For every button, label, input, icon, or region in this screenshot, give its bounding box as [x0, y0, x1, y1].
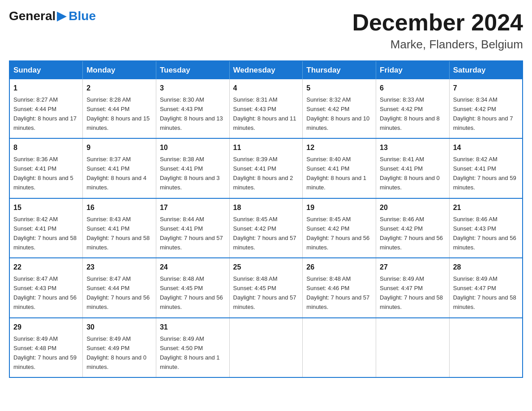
day-sunset: Sunset: 4:43 PM: [160, 106, 203, 112]
day-number: 24: [160, 262, 226, 273]
day-daylight: Daylight: 8 hours and 8 minutes.: [380, 115, 440, 131]
day-sunset: Sunset: 4:44 PM: [86, 106, 129, 112]
day-sunrise: Sunrise: 8:36 AM: [13, 156, 58, 163]
day-sunrise: Sunrise: 8:49 AM: [160, 335, 204, 342]
col-saturday: Saturday: [449, 61, 523, 79]
day-daylight: Daylight: 8 hours and 3 minutes.: [160, 175, 220, 191]
day-sunrise: Sunrise: 8:45 AM: [233, 216, 278, 223]
day-daylight: Daylight: 7 hours and 59 minutes.: [453, 175, 516, 191]
day-daylight: Daylight: 8 hours and 15 minutes.: [86, 115, 150, 131]
day-number: 17: [160, 202, 226, 214]
svg-marker-0: [57, 12, 67, 21]
day-daylight: Daylight: 8 hours and 0 minutes.: [380, 175, 440, 191]
day-sunset: Sunset: 4:41 PM: [160, 225, 203, 232]
day-sunset: Sunset: 4:42 PM: [233, 225, 276, 232]
table-row: 27 Sunrise: 8:49 AM Sunset: 4:47 PM Dayl…: [376, 258, 450, 317]
calendar-week-row: 1 Sunrise: 8:27 AM Sunset: 4:44 PM Dayli…: [9, 79, 523, 138]
day-number: 21: [453, 202, 519, 214]
day-number: 1: [13, 83, 79, 94]
day-number: 4: [233, 83, 299, 94]
day-number: 12: [306, 142, 372, 154]
day-number: 16: [86, 202, 152, 214]
table-row: 11 Sunrise: 8:39 AM Sunset: 4:41 PM Dayl…: [229, 138, 303, 198]
day-number: 23: [86, 262, 152, 273]
col-friday: Friday: [376, 61, 450, 79]
day-sunrise: Sunrise: 8:47 AM: [13, 275, 58, 282]
logo-text: General Blue: [9, 9, 96, 23]
day-number: 29: [13, 322, 79, 333]
day-daylight: Daylight: 8 hours and 11 minutes.: [233, 115, 296, 131]
table-row: 25 Sunrise: 8:48 AM Sunset: 4:45 PM Dayl…: [229, 258, 303, 317]
day-number: 22: [13, 262, 79, 273]
table-row: [376, 318, 450, 377]
day-sunset: Sunset: 4:42 PM: [306, 106, 349, 112]
day-number: 7: [453, 83, 519, 94]
table-row: [449, 318, 523, 377]
day-sunrise: Sunrise: 8:44 AM: [160, 216, 204, 223]
day-sunset: Sunset: 4:44 PM: [86, 285, 129, 291]
day-sunset: Sunset: 4:45 PM: [233, 285, 276, 291]
day-sunset: Sunset: 4:47 PM: [453, 285, 496, 291]
day-daylight: Daylight: 8 hours and 2 minutes.: [233, 175, 293, 191]
day-sunrise: Sunrise: 8:48 AM: [306, 275, 351, 282]
day-sunrise: Sunrise: 8:32 AM: [306, 96, 351, 103]
day-sunset: Sunset: 4:41 PM: [233, 165, 276, 172]
day-daylight: Daylight: 8 hours and 4 minutes.: [86, 175, 146, 191]
day-sunrise: Sunrise: 8:46 AM: [453, 216, 498, 223]
day-sunrise: Sunrise: 8:49 AM: [86, 335, 131, 342]
day-daylight: Daylight: 7 hours and 58 minutes.: [453, 294, 516, 310]
day-daylight: Daylight: 7 hours and 56 minutes.: [13, 294, 77, 310]
day-daylight: Daylight: 8 hours and 1 minute.: [306, 175, 366, 191]
day-number: 30: [86, 322, 152, 333]
table-row: 1 Sunrise: 8:27 AM Sunset: 4:44 PM Dayli…: [9, 79, 83, 138]
day-number: 31: [160, 322, 226, 333]
day-sunrise: Sunrise: 8:37 AM: [86, 156, 131, 163]
day-sunset: Sunset: 4:44 PM: [13, 106, 56, 112]
day-sunset: Sunset: 4:41 PM: [453, 165, 496, 172]
day-sunrise: Sunrise: 8:48 AM: [160, 275, 204, 282]
day-sunrise: Sunrise: 8:41 AM: [380, 156, 424, 163]
table-row: 15 Sunrise: 8:42 AM Sunset: 4:41 PM Dayl…: [9, 198, 83, 258]
day-sunset: Sunset: 4:42 PM: [306, 225, 349, 232]
day-number: 28: [453, 262, 519, 273]
table-row: 8 Sunrise: 8:36 AM Sunset: 4:41 PM Dayli…: [9, 138, 83, 198]
calendar-week-row: 15 Sunrise: 8:42 AM Sunset: 4:41 PM Dayl…: [9, 198, 523, 258]
day-daylight: Daylight: 7 hours and 56 minutes.: [380, 235, 443, 251]
day-sunrise: Sunrise: 8:49 AM: [13, 335, 58, 342]
day-sunset: Sunset: 4:50 PM: [160, 345, 203, 351]
day-sunset: Sunset: 4:42 PM: [380, 225, 423, 232]
day-daylight: Daylight: 8 hours and 17 minutes.: [13, 115, 77, 131]
day-sunset: Sunset: 4:48 PM: [13, 345, 56, 351]
day-daylight: Daylight: 7 hours and 58 minutes.: [13, 235, 77, 251]
page-header: General Blue December 2024 Marke, Flande…: [9, 9, 523, 51]
day-sunrise: Sunrise: 8:40 AM: [306, 156, 351, 163]
table-row: 5 Sunrise: 8:32 AM Sunset: 4:42 PM Dayli…: [303, 79, 376, 138]
table-row: 30 Sunrise: 8:49 AM Sunset: 4:49 PM Dayl…: [83, 318, 156, 377]
day-sunrise: Sunrise: 8:31 AM: [233, 96, 278, 103]
table-row: 18 Sunrise: 8:45 AM Sunset: 4:42 PM Dayl…: [229, 198, 303, 258]
day-sunrise: Sunrise: 8:34 AM: [453, 96, 498, 103]
table-row: 12 Sunrise: 8:40 AM Sunset: 4:41 PM Dayl…: [303, 138, 376, 198]
day-sunrise: Sunrise: 8:39 AM: [233, 156, 278, 163]
day-sunrise: Sunrise: 8:43 AM: [86, 216, 131, 223]
table-row: 19 Sunrise: 8:45 AM Sunset: 4:42 PM Dayl…: [303, 198, 376, 258]
day-daylight: Daylight: 8 hours and 0 minutes.: [86, 354, 146, 370]
table-row: 7 Sunrise: 8:34 AM Sunset: 4:42 PM Dayli…: [449, 79, 523, 138]
day-sunset: Sunset: 4:43 PM: [453, 225, 496, 232]
day-daylight: Daylight: 7 hours and 56 minutes.: [86, 294, 150, 310]
day-daylight: Daylight: 7 hours and 56 minutes.: [306, 235, 369, 251]
day-number: 11: [233, 142, 299, 154]
col-monday: Monday: [83, 61, 156, 79]
day-daylight: Daylight: 7 hours and 57 minutes.: [233, 235, 296, 251]
day-sunrise: Sunrise: 8:46 AM: [380, 216, 424, 223]
table-row: 31 Sunrise: 8:49 AM Sunset: 4:50 PM Dayl…: [156, 318, 229, 377]
table-row: 21 Sunrise: 8:46 AM Sunset: 4:43 PM Dayl…: [449, 198, 523, 258]
day-sunset: Sunset: 4:49 PM: [86, 345, 129, 351]
day-sunset: Sunset: 4:42 PM: [380, 106, 423, 112]
day-daylight: Daylight: 8 hours and 1 minute.: [160, 354, 220, 370]
table-row: 22 Sunrise: 8:47 AM Sunset: 4:43 PM Dayl…: [9, 258, 83, 317]
table-row: 6 Sunrise: 8:33 AM Sunset: 4:42 PM Dayli…: [376, 79, 450, 138]
day-sunrise: Sunrise: 8:49 AM: [380, 275, 424, 282]
logo-general-text: General: [9, 9, 56, 23]
day-sunset: Sunset: 4:43 PM: [13, 285, 56, 291]
